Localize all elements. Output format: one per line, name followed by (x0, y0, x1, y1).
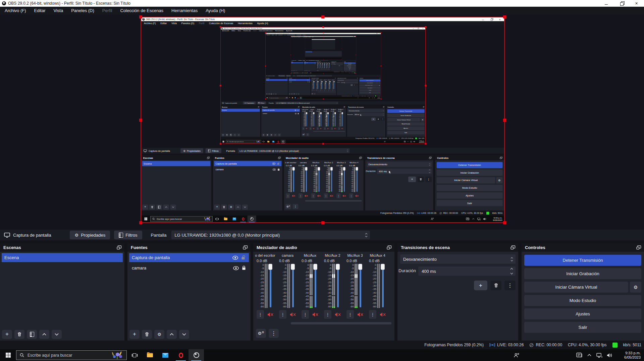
taskbar-search-box[interactable]: Escribe aquí para buscar (16, 350, 127, 360)
control-button[interactable]: Salir (524, 322, 641, 333)
move-scene-down-button[interactable] (52, 330, 62, 339)
control-button[interactable]: Detener Transmisión (387, 109, 425, 113)
task-view-button[interactable] (288, 97, 291, 99)
transition-menu-button[interactable]: ⋮ (342, 65, 343, 66)
add-transition-button[interactable]: + (408, 177, 416, 182)
control-button[interactable]: Iniciar Cámara Virtual (360, 84, 378, 86)
popout-icon[interactable] (343, 106, 345, 108)
control-button[interactable]: Iniciar Grabación (524, 268, 641, 279)
control-button[interactable]: Modo Estudio (387, 122, 425, 126)
selection-handle[interactable] (265, 65, 266, 66)
channel-menu-button[interactable]: ⋮ (324, 193, 328, 198)
control-button[interactable]: Iniciar Grabación (387, 114, 425, 117)
selection-handle[interactable] (323, 73, 324, 74)
volume-slider[interactable] (306, 112, 308, 126)
selection-handle[interactable] (381, 65, 382, 66)
volume-slider-handle[interactable] (330, 81, 330, 82)
selection-handle[interactable] (425, 85, 426, 86)
taskbar-search-box[interactable]: Escribe aquí para buscar (226, 140, 261, 143)
source-properties-button[interactable]: ⚙ (228, 204, 234, 209)
mute-speaker-icon[interactable] (330, 194, 333, 197)
control-button[interactable]: Ajustes (437, 192, 503, 199)
popout-icon[interactable] (117, 245, 122, 250)
selection-handle[interactable] (220, 85, 221, 86)
selection-handle[interactable] (503, 15, 506, 18)
captured-window-frame[interactable] (305, 38, 342, 59)
channel-menu-button[interactable]: ⋮ (316, 89, 317, 91)
remove-transition-button[interactable] (340, 65, 341, 66)
mute-speaker-icon[interactable] (306, 128, 308, 129)
task-view-button[interactable] (213, 216, 221, 222)
add-transition-button[interactable]: + (339, 65, 340, 66)
mixer-menu-button[interactable]: ⋮ (306, 133, 310, 136)
channel-menu-button[interactable]: ⋮ (317, 127, 319, 130)
mute-speaker-icon[interactable] (342, 194, 346, 197)
volume-slider[interactable] (343, 167, 346, 192)
mute-speaker-icon[interactable] (355, 194, 359, 197)
volume-slider[interactable] (320, 63, 321, 68)
mixer-menu-button[interactable]: ⋮ (292, 204, 298, 209)
obs-taskbar-button[interactable] (248, 216, 256, 222)
obs-taskbar-button[interactable] (310, 72, 312, 74)
menu-item[interactable]: Paneles (D) (67, 7, 98, 15)
selection-handle[interactable] (321, 221, 324, 224)
mute-speaker-icon[interactable] (327, 68, 328, 69)
menu-item[interactable]: Herramientas (235, 21, 255, 26)
add-source-button[interactable]: + (214, 204, 220, 209)
selection-handle[interactable] (342, 59, 342, 59)
menu-item[interactable]: Herramientas (274, 29, 285, 32)
mute-speaker-icon[interactable] (341, 128, 343, 129)
move-source-down-button[interactable] (278, 133, 281, 136)
spinbox-arrows-icon[interactable] (342, 64, 343, 65)
volume-slider[interactable] (325, 63, 325, 68)
restore-button[interactable] (614, 0, 629, 7)
selection-handle[interactable] (425, 143, 426, 144)
remove-scene-button[interactable] (268, 93, 270, 95)
visibility-eye-icon[interactable] (233, 266, 239, 270)
obs-taskbar-button[interactable] (281, 140, 286, 143)
network-tray-icon[interactable] (594, 349, 604, 361)
remove-source-button[interactable] (291, 93, 293, 95)
popout-icon[interactable] (387, 245, 392, 250)
combo-spinner-icon[interactable] (511, 254, 513, 264)
selection-handle[interactable] (139, 119, 142, 122)
menu-item[interactable]: Vista (236, 29, 242, 32)
scene-row[interactable]: Escena (142, 161, 210, 166)
volume-slider-handle[interactable] (334, 112, 336, 114)
visibility-eye-icon[interactable] (314, 64, 315, 64)
remove-transition-button[interactable] (490, 281, 501, 290)
volume-slider[interactable] (317, 167, 321, 192)
display-select[interactable]: LG ULTRAWIDE: 1920x1080 @ 0,0 (Monitor p… (238, 148, 350, 153)
mute-speaker-icon[interactable] (292, 194, 296, 197)
move-source-up-button[interactable] (296, 93, 297, 95)
start-button[interactable] (141, 216, 150, 222)
remove-transition-button[interactable] (377, 118, 380, 121)
taskbar-search-box[interactable]: Escribe aquí para buscar (269, 97, 288, 99)
taskbar-search-box[interactable]: Escribe aquí para buscar (150, 216, 213, 222)
mute-speaker-icon[interactable] (357, 312, 364, 317)
mixer-horizontal-scrollbar[interactable] (305, 200, 362, 201)
menu-item[interactable]: Herramientas (167, 7, 202, 15)
transition-select[interactable]: Desvanecimiento (400, 254, 516, 264)
volume-slider[interactable] (305, 167, 308, 192)
volume-tray-icon[interactable] (604, 349, 614, 361)
volume-slider[interactable] (327, 63, 328, 68)
move-source-up-button[interactable] (167, 330, 177, 339)
scene-filters-button[interactable] (270, 93, 272, 95)
advanced-audio-button[interactable]: ⚙⚙ (285, 204, 291, 209)
virtual-camera-settings-button[interactable]: ⚙ (496, 177, 502, 184)
combo-spinner-icon[interactable] (383, 109, 384, 112)
file-explorer-button[interactable] (266, 140, 271, 143)
popout-icon[interactable] (298, 106, 300, 108)
control-button[interactable]: Modo Estudio (344, 67, 356, 68)
volume-slider-handle[interactable] (336, 264, 340, 270)
move-source-down-button[interactable] (179, 330, 189, 339)
control-button[interactable]: Salir (387, 131, 425, 134)
visibility-eye-icon[interactable] (232, 256, 238, 260)
mute-speaker-icon[interactable] (320, 128, 322, 129)
network-tray-icon[interactable] (410, 140, 413, 143)
news-widget-button[interactable] (465, 216, 471, 222)
popout-icon[interactable] (335, 78, 336, 78)
channel-menu-button[interactable]: ⋮ (320, 89, 321, 91)
visibility-eye-icon[interactable] (294, 110, 296, 111)
